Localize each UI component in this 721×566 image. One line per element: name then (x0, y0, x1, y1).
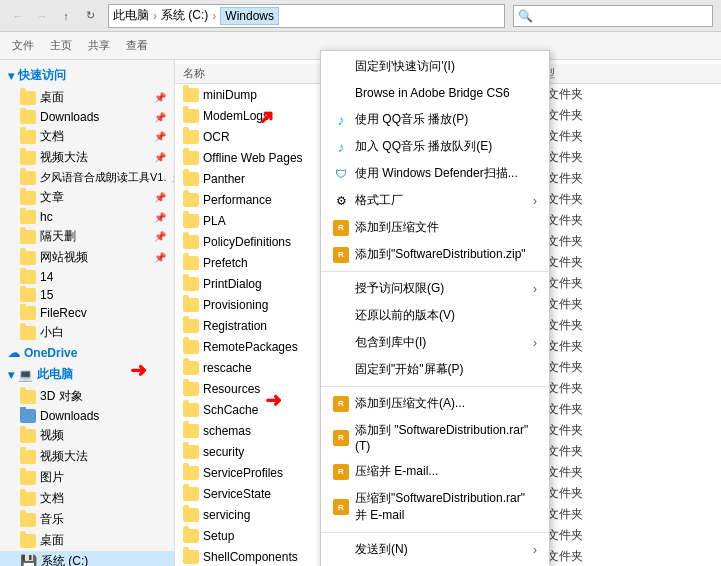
sidebar-item-xi[interactable]: 夕风语音合成朗读工具V1. 📌 (0, 168, 174, 187)
compress-icon: R (333, 220, 349, 236)
menu-item-add-sw-rar[interactable]: R 添加到 "SoftwareDistribution.rar"(T) (321, 417, 549, 458)
divider (321, 532, 549, 533)
breadcrumb-pc[interactable]: 此电脑 (113, 7, 149, 24)
sidebar-item-pictures[interactable]: 图片 (0, 467, 174, 488)
menu-item-defender[interactable]: 🛡 使用 Windows Defender扫描... (321, 160, 549, 187)
file-type: 文件夹 (547, 464, 627, 481)
folder-icon (20, 230, 36, 244)
sidebar-item-xiaobai[interactable]: 小白 (0, 322, 174, 343)
file-type: 文件夹 (547, 548, 627, 565)
breadcrumb-c[interactable]: 系统 (C:) (161, 7, 208, 24)
sidebar-item-filerecv[interactable]: FileRecv (0, 304, 174, 322)
menu-item-compress-email2[interactable]: R 压缩到"SoftwareDistribution.rar" 并 E-mail (321, 485, 549, 529)
pin-icon: 📌 (154, 231, 166, 242)
sidebar-item-desktop2[interactable]: 桌面 (0, 530, 174, 551)
arrow-icon: › (533, 194, 537, 208)
file-type: 文件夹 (547, 254, 627, 271)
folder-icon (183, 340, 199, 354)
sidebar-item-desktop[interactable]: 桌面 📌 (0, 87, 174, 108)
sidebar-item-c-drive[interactable]: 💾 系统 (C:) (0, 551, 174, 566)
share-button[interactable]: 共享 (84, 36, 114, 56)
compress-icon: R (333, 396, 349, 412)
menu-item-pin-start[interactable]: 固定到"开始"屏幕(P) (321, 356, 549, 383)
sidebar-item-getan[interactable]: 隔天删 📌 (0, 226, 174, 247)
bridge-icon (333, 85, 349, 101)
folder-icon (20, 130, 36, 144)
menu-item-grant-access[interactable]: 授予访问权限(G) › (321, 275, 549, 302)
file-type: 文件夹 (547, 485, 627, 502)
sidebar-item-videos[interactable]: 视频大法 📌 (0, 147, 174, 168)
menu-item-add-zip[interactable]: R 添加到压缩文件 (321, 214, 549, 241)
sidebar-item-hc[interactable]: hc 📌 (0, 208, 174, 226)
menu-item-qq-play[interactable]: ♪ 使用 QQ音乐 播放(P) (321, 106, 549, 133)
breadcrumb-windows[interactable]: Windows (220, 7, 279, 25)
folder-icon (183, 487, 199, 501)
sidebar-item-articles[interactable]: 文章 📌 (0, 187, 174, 208)
sidebar-item-14[interactable]: 14 (0, 268, 174, 286)
back-button[interactable]: ← (8, 6, 28, 26)
folder-icon (183, 403, 199, 417)
file-type: 文件夹 (547, 422, 627, 439)
pin-icon: 📌 (154, 112, 166, 123)
sidebar-item-videofa[interactable]: 视频大法 (0, 446, 174, 467)
folder-icon (20, 191, 36, 205)
quick-access-header[interactable]: ▾ 快速访问 (0, 64, 174, 87)
menu-item-add-sw-zip[interactable]: R 添加到"SoftwareDistribution.zip" (321, 241, 549, 268)
pin-icon: 📌 (154, 131, 166, 142)
file-type: 文件夹 (547, 359, 627, 376)
up-button[interactable]: ↑ (56, 6, 76, 26)
file-type: 文件夹 (547, 338, 627, 355)
file-type: 文件夹 (547, 380, 627, 397)
view-button[interactable]: 文件 (8, 36, 38, 56)
folder-icon (20, 534, 36, 548)
home-button[interactable]: 主页 (46, 36, 76, 56)
chevron-down-icon: ▾ (8, 69, 14, 83)
sidebar-item-websitevideo[interactable]: 网站视频 📌 (0, 247, 174, 268)
menu-item-sendto[interactable]: 发送到(N) › (321, 536, 549, 563)
folder-icon (183, 256, 199, 270)
sidebar-item-15[interactable]: 15 (0, 286, 174, 304)
sidebar-item-downloads2[interactable]: Downloads (0, 407, 174, 425)
menu-item-fix-quick[interactable]: 固定到'快速访问'(I) (321, 53, 549, 80)
sidebar-item-3d[interactable]: 3D 对象 (0, 386, 174, 407)
sidebar-item-downloads[interactable]: Downloads 📌 (0, 108, 174, 126)
sidebar-item-video2[interactable]: 视频 (0, 425, 174, 446)
menu-item-restore[interactable]: 还原以前的版本(V) (321, 302, 549, 329)
folder-icon (20, 492, 36, 506)
restore-icon (333, 308, 349, 324)
menu-item-compress-email[interactable]: R 压缩并 E-mail... (321, 458, 549, 485)
pc-icon: 💻 (18, 368, 33, 382)
pin-icon: 📌 (154, 252, 166, 263)
menu-item-qq-queue[interactable]: ♪ 加入 QQ音乐 播放队列(E) (321, 133, 549, 160)
file-type: 文件夹 (547, 191, 627, 208)
menu-item-include-lib[interactable]: 包含到库中(I) › (321, 329, 549, 356)
menu-item-bridge[interactable]: Browse in Adobe Bridge CS6 (321, 80, 549, 106)
menu-item-add-rar[interactable]: R 添加到压缩文件(A)... (321, 390, 549, 417)
forward-button[interactable]: → (32, 6, 52, 26)
file-type: 文件夹 (547, 212, 627, 229)
sidebar-item-docs[interactable]: 文档 📌 (0, 126, 174, 147)
folder-icon (20, 326, 36, 340)
folder-icon (183, 508, 199, 522)
onedrive-header[interactable]: ☁ OneDrive (0, 343, 174, 363)
file-type: 文件夹 (547, 107, 627, 124)
folder-icon (20, 450, 36, 464)
view-tab-button[interactable]: 查看 (122, 36, 152, 56)
this-pc-header[interactable]: ▾ 💻 此电脑 (0, 363, 174, 386)
folder-icon (20, 288, 36, 302)
compress-icon: R (333, 464, 349, 480)
folder-icon (20, 110, 36, 124)
sidebar-item-docs2[interactable]: 文档 (0, 488, 174, 509)
sidebar-item-music[interactable]: 音乐 (0, 509, 174, 530)
file-type: 文件夹 (547, 296, 627, 313)
menu-item-formatfactory[interactable]: ⚙ 格式工厂 › (321, 187, 549, 214)
file-type: 文件夹 (547, 443, 627, 460)
folder-icon (20, 513, 36, 527)
folder-icon (183, 109, 199, 123)
file-type: 文件夹 (547, 149, 627, 166)
refresh-button[interactable]: ↻ (80, 6, 100, 26)
folder-icon (183, 172, 199, 186)
folder-icon (183, 361, 199, 375)
folder-icon (183, 214, 199, 228)
address-bar[interactable]: 此电脑 › 系统 (C:) › Windows (108, 4, 505, 28)
